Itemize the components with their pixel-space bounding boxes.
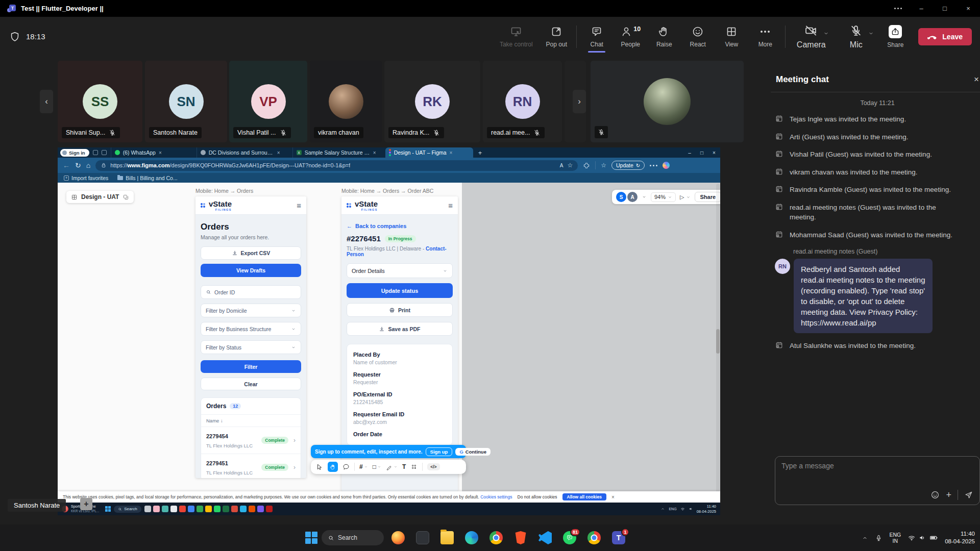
frame-tool[interactable]: # bbox=[359, 463, 368, 470]
taskbar-app-teams[interactable]: T 1 bbox=[608, 528, 629, 548]
favorites-item[interactable]: +Import favorites bbox=[64, 175, 108, 181]
favorites-list-icon[interactable]: ☆ bbox=[601, 162, 606, 169]
participant-tile[interactable]: VP Vishal Patil ... bbox=[229, 61, 307, 142]
scroll-participants-left-button[interactable]: ‹ bbox=[40, 90, 53, 113]
participant-tile[interactable]: SN Santosh Narate bbox=[145, 61, 227, 142]
camera-options-chevron-icon[interactable] bbox=[823, 30, 829, 37]
save-as-pdf-button[interactable]: Save as PDF bbox=[347, 322, 453, 336]
taskbar-app-whatsapp[interactable]: 81 bbox=[559, 528, 580, 548]
participant-tile[interactable]: RN read.ai mee... bbox=[483, 61, 562, 142]
favorites-folder[interactable]: Bills | Billing and Co... bbox=[117, 175, 177, 181]
cookie-close-icon[interactable]: × bbox=[611, 494, 615, 500]
address-bar[interactable]: https://www.figma.com/design/9BKQ0FOHRWa… bbox=[95, 160, 578, 171]
camera-button[interactable]: Camera bbox=[789, 17, 834, 56]
taskbar-app[interactable] bbox=[412, 528, 433, 548]
collaborator-avatar[interactable]: A bbox=[627, 192, 638, 202]
taskbar-app-edge[interactable] bbox=[461, 528, 482, 548]
workspaces-icon[interactable] bbox=[93, 150, 98, 155]
attach-plus-icon[interactable]: + bbox=[946, 490, 951, 499]
close-chat-icon[interactable]: × bbox=[974, 74, 979, 85]
signup-button[interactable]: Sign up bbox=[426, 447, 453, 456]
deny-cookies-button[interactable]: Do not allow cookies bbox=[518, 494, 557, 499]
chat-button[interactable]: Chat bbox=[580, 17, 614, 56]
back-icon[interactable]: ← bbox=[63, 161, 70, 169]
taskbar-app-firefox[interactable] bbox=[388, 528, 408, 548]
column-header[interactable]: Name ↓ bbox=[201, 415, 301, 427]
leave-button[interactable]: Leave bbox=[918, 28, 972, 45]
taskbar-app-file-explorer[interactable] bbox=[437, 528, 457, 548]
taskbar-app-vscode[interactable] bbox=[535, 528, 555, 548]
home-icon[interactable]: ⌂ bbox=[86, 161, 90, 169]
cookie-settings-link[interactable]: Cookies settings bbox=[480, 494, 512, 499]
shared-screen[interactable]: Sign in (6) WhatsApp× DC Divisions and S… bbox=[58, 147, 720, 515]
favorite-star-icon[interactable]: ☆ bbox=[567, 162, 573, 169]
shared-system-tray[interactable]: ENG 11:4008-04-2025 bbox=[660, 504, 716, 514]
filter-domicile-select[interactable]: Filter by Domicile bbox=[201, 304, 301, 317]
participant-tile[interactable]: vikram chavan bbox=[310, 61, 382, 142]
google-continue-button[interactable]: GContinue bbox=[455, 448, 491, 456]
filter-structure-select[interactable]: Filter by Business Structure bbox=[201, 322, 301, 336]
copilot-icon[interactable] bbox=[663, 162, 670, 169]
browser-menu-icon[interactable] bbox=[650, 165, 657, 166]
pop-out-button[interactable]: Pop out bbox=[540, 17, 573, 56]
browser-tab-active[interactable]: Design - UAT – Figma× bbox=[385, 147, 473, 158]
refresh-icon[interactable]: ↻ bbox=[75, 161, 81, 169]
frame-label[interactable]: Mobile: Home → Orders bbox=[195, 188, 253, 194]
figma-menu-icon[interactable] bbox=[71, 194, 78, 201]
shared-search-box[interactable]: Search bbox=[114, 506, 141, 513]
taskbar-clock[interactable]: 11:4008-04-2025 bbox=[945, 530, 975, 545]
participant-tile[interactable]: SS Shivani Sup... bbox=[58, 61, 142, 142]
taskbar-app-brave[interactable] bbox=[510, 528, 531, 548]
hidden-icons-chevron[interactable] bbox=[862, 535, 868, 541]
spotlight-participant-tile[interactable] bbox=[591, 61, 744, 142]
mic-button[interactable]: Mic bbox=[834, 17, 878, 56]
close-tab-icon[interactable]: × bbox=[159, 150, 162, 156]
chat-input-box[interactable]: + bbox=[775, 456, 980, 505]
zoom-level-control[interactable]: 94% bbox=[651, 192, 676, 202]
scrollbar-thumb[interactable] bbox=[716, 329, 720, 354]
taskbar-search-box[interactable]: Search bbox=[322, 530, 384, 545]
close-tab-icon[interactable]: × bbox=[373, 150, 376, 156]
mic-options-chevron-icon[interactable] bbox=[868, 30, 874, 37]
dev-mode-toggle[interactable]: </> bbox=[427, 463, 439, 470]
people-button[interactable]: 10 People bbox=[614, 17, 647, 56]
share-button[interactable]: Share bbox=[878, 17, 912, 56]
tray-mic-icon[interactable] bbox=[875, 534, 883, 542]
browser-signin-button[interactable]: Sign in bbox=[60, 149, 89, 157]
filter-status-select[interactable]: Filter by Status bbox=[201, 340, 301, 354]
figma-doc-chip[interactable]: Design - UAT bbox=[66, 191, 134, 203]
browser-tab[interactable]: X Sample Salary Structure with calc× bbox=[292, 147, 385, 158]
print-button[interactable]: Print bbox=[347, 303, 453, 317]
order-details-select[interactable]: Order Details bbox=[347, 263, 453, 278]
chat-message[interactable]: RN Redberyl and Santosh added read.ai me… bbox=[775, 259, 980, 333]
participant-tile[interactable]: RK Ravindra K... bbox=[384, 61, 480, 142]
comment-tool[interactable] bbox=[342, 463, 350, 470]
text-tool[interactable]: T bbox=[402, 463, 406, 470]
hamburger-menu-icon[interactable]: ≡ bbox=[297, 201, 301, 210]
prototype-play-button[interactable]: ▷ bbox=[680, 194, 690, 201]
taskbar-app-chrome-profile[interactable] bbox=[584, 528, 604, 548]
update-status-button[interactable]: Update status bbox=[347, 283, 453, 298]
figma-canvas[interactable]: Design - UAT S A 94% ▷ Share Mobile: Hom… bbox=[58, 183, 720, 503]
shared-taskbar-apps[interactable] bbox=[144, 506, 273, 512]
frame-label[interactable]: Mobile: Home → Orders → Order ABC bbox=[341, 188, 433, 194]
hand-tool-active[interactable] bbox=[328, 462, 338, 472]
network-volume-battery[interactable] bbox=[908, 533, 938, 542]
figma-frame-orders[interactable]: vStateFILINGS ≡ Orders Manage all your o… bbox=[195, 196, 306, 478]
minimize-button[interactable]: – bbox=[910, 0, 933, 17]
browser-maximize-button[interactable]: □ bbox=[696, 147, 708, 158]
maximize-button[interactable]: □ bbox=[933, 0, 957, 17]
collaborators-chevron-icon[interactable] bbox=[642, 194, 647, 199]
scroll-participants-right-button[interactable]: › bbox=[573, 90, 586, 113]
shape-tool[interactable]: □ bbox=[373, 463, 381, 470]
close-tab-icon[interactable]: × bbox=[277, 150, 280, 156]
send-icon[interactable] bbox=[964, 490, 973, 499]
browser-update-button[interactable]: Update↻ bbox=[611, 161, 645, 170]
order-row[interactable]: 2279451TL Flex Holdings LLC Complete › bbox=[201, 454, 301, 478]
extensions-icon[interactable] bbox=[583, 162, 590, 169]
pen-tool[interactable] bbox=[386, 464, 398, 470]
react-button[interactable]: React bbox=[681, 17, 715, 56]
view-drafts-button[interactable]: View Drafts bbox=[201, 264, 301, 277]
emoji-icon[interactable] bbox=[930, 490, 940, 499]
hamburger-menu-icon[interactable]: ≡ bbox=[448, 201, 453, 210]
